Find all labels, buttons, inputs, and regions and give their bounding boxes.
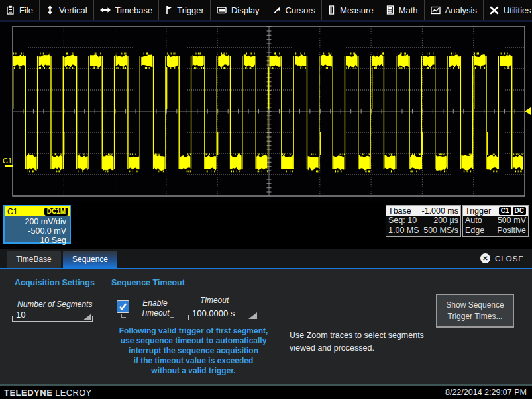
menu-item-label: Math [399, 5, 418, 15]
close-label: CLOSE [495, 255, 524, 263]
trigger-row-cell: Positive [497, 226, 526, 236]
ruler-icon [328, 5, 335, 15]
cursor-arrow-icon [272, 6, 281, 15]
setup-dialog: TimeBaseSequence ✕ CLOSE Acquisition Set… [0, 249, 532, 386]
dialog-tab-bar: TimeBaseSequence [0, 249, 532, 269]
trigger-source-badges: C1DC [499, 207, 526, 215]
horizontal-arrows-icon [100, 6, 111, 14]
show-button-label: Show Sequence Trigger Times... [437, 300, 513, 322]
oscilloscope-screen: FileVerticalTimebaseTriggerDisplayCursor… [0, 0, 532, 399]
datetime: 8/22/2014 2:29:07 PM [445, 388, 527, 397]
timebase-row-cell: 1.00 MS [388, 226, 419, 236]
menu-item-file[interactable]: File [0, 0, 40, 20]
vertical-arrows-icon [46, 5, 54, 15]
input-corner-triangle-icon [83, 314, 91, 320]
trigger-row-cell: Edge [465, 226, 484, 236]
info-line: without a valid trigger. [101, 366, 286, 376]
tab-sequence[interactable]: Sequence [63, 251, 117, 268]
trigger-badge-c1: C1 [499, 207, 511, 215]
menu-item-timebase[interactable]: Timebase [94, 0, 160, 20]
menu-item-label: Cursors [286, 5, 316, 15]
brand-light: LECROY [55, 388, 91, 398]
channel-c1-header: C1 DC1M [5, 206, 70, 216]
timeout-input[interactable]: 100.0000 s [188, 308, 258, 320]
waveform-svg: C1 [0, 22, 532, 202]
timebase-row: 1.00 MS500 MS/s [386, 226, 460, 236]
menu-item-measure[interactable]: Measure [322, 0, 380, 20]
trigger-descriptor[interactable]: Trigger C1DC Auto500 mVEdgePositive [462, 205, 529, 237]
checkmark-icon [119, 302, 127, 311]
enable-timeout-checkbox[interactable] [117, 300, 129, 313]
timebase-header: Tbase -1.000 ms [386, 206, 460, 216]
trigger-title: Trigger [465, 206, 491, 216]
menu-item-trigger[interactable]: Trigger [159, 0, 211, 20]
timebase-title: Tbase [388, 206, 411, 216]
number-of-segments-label: Number of Segments [17, 300, 92, 309]
number-of-segments-value: 10 [16, 310, 25, 320]
timebase-descriptor[interactable]: Tbase -1.000 ms Seq: 10200 µs1.00 MS500 … [386, 205, 461, 237]
file-icon [6, 5, 15, 15]
trigger-row: EdgePositive [463, 226, 528, 236]
trigger-values: Auto500 mVEdgePositive [463, 216, 528, 236]
timebase-delay-value: -1.000 ms [421, 206, 458, 216]
sequence-timeout-info: Following valid trigger of first segment… [101, 326, 286, 376]
trigger-level-marker[interactable] [525, 107, 531, 115]
menu-item-label: Measure [340, 5, 374, 15]
brand-bold: TELEDYNE [4, 388, 52, 398]
trigger-row-cell: Auto [465, 216, 482, 226]
menu-item-cursors[interactable]: Cursors [266, 0, 323, 20]
menu-item-label: File [19, 5, 33, 15]
acquisition-settings-heading: Acquisition Settings [15, 278, 95, 287]
menu-item-label: Display [231, 5, 260, 15]
menu-bar: FileVerticalTimebaseTriggerDisplayCursor… [0, 0, 532, 22]
close-icon: ✕ [480, 253, 490, 263]
menu-item-utilities[interactable]: Utilities [484, 0, 532, 20]
number-of-segments-input[interactable]: 10 [12, 309, 93, 322]
timebase-row-cell: Seq: 10 [388, 216, 417, 226]
waveform-grid[interactable]: C1 [0, 22, 532, 202]
menu-item-math[interactable]: Math [380, 0, 425, 20]
tab-timebase[interactable]: TimeBase [7, 251, 61, 268]
menu-item-label: Analysis [445, 5, 477, 15]
group-bracket [121, 314, 126, 318]
channel-c1-title: C1 [7, 207, 17, 216]
trigger-row: Auto500 mV [463, 216, 528, 226]
descriptor-strip: C1 DC1M 200 mV/div-500.0 mV10 Seg Tbase … [0, 202, 532, 249]
info-line: Following valid trigger of first segment… [101, 326, 286, 336]
status-bar: TELEDYNE LECROY 8/22/2014 2:29:07 PM [0, 386, 532, 399]
info-line: use sequence timeout to automatically [101, 336, 286, 346]
channel-c1-values: 200 mV/div-500.0 mV10 Seg [5, 216, 70, 245]
trigger-row-cell: 500 mV [498, 216, 526, 226]
input-corner-triangle-icon [248, 312, 257, 319]
timeout-label: Timeout [200, 296, 229, 305]
menu-item-label: Vertical [59, 5, 87, 15]
menu-item-label: Timebase [115, 5, 153, 15]
sequence-panel: Acquisition Settings Number of Segments … [0, 271, 532, 370]
trigger-header: Trigger C1DC [463, 206, 528, 216]
monitor-icon [217, 6, 227, 15]
trigger-flag-icon [165, 5, 172, 15]
info-line: if the timeout value is exceeded [101, 356, 286, 366]
menu-item-analysis[interactable]: Analysis [425, 0, 484, 20]
tools-icon [490, 6, 499, 15]
menu-item-display[interactable]: Display [211, 0, 266, 20]
group-bracket [170, 314, 174, 318]
close-button[interactable]: ✕ CLOSE [480, 253, 524, 263]
calculator-icon [386, 5, 394, 15]
menu-item-label: Utilities [504, 5, 531, 15]
zoom-traces-note: Use Zoom traces to select segments viewe… [290, 330, 452, 355]
timebase-row: Seq: 10200 µs [386, 216, 460, 226]
timebase-values: Seq: 10200 µs1.00 MS500 MS/s [386, 216, 460, 236]
chart-icon [431, 6, 441, 15]
teledyne-lecroy-logo: TELEDYNE LECROY [4, 388, 92, 398]
channel-c1-marker[interactable]: C1 [3, 157, 12, 165]
timebase-row-cell: 500 MS/s [423, 226, 458, 236]
channel-c1-descriptor[interactable]: C1 DC1M 200 mV/div-500.0 mV10 Seg [3, 205, 71, 244]
menu-item-label: Trigger [177, 5, 204, 15]
show-sequence-trigger-times-button[interactable]: Show Sequence Trigger Times... [436, 294, 514, 328]
trigger-badge-dc: DC [513, 207, 526, 215]
channel-c1-row: 200 mV/div [5, 217, 66, 226]
menu-item-vertical[interactable]: Vertical [40, 0, 94, 20]
channel-c1-row: -500.0 mV [5, 226, 66, 236]
timeout-value: 100.0000 s [192, 308, 235, 318]
